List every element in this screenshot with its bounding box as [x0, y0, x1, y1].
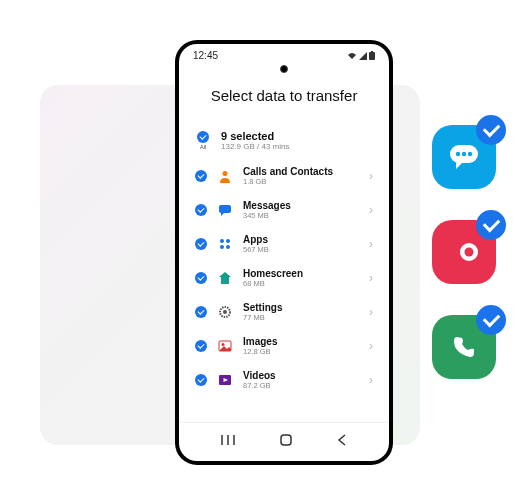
- title-area: Select data to transfer: [179, 79, 389, 124]
- messages-icon: [217, 202, 233, 218]
- svg-point-6: [220, 245, 224, 249]
- page-title: Select data to transfer: [179, 87, 389, 104]
- item-label: Images: [243, 336, 359, 347]
- checkbox-icon[interactable]: [195, 340, 207, 352]
- svg-rect-16: [281, 435, 291, 445]
- checkbox-icon[interactable]: [195, 238, 207, 250]
- chevron-right-icon: ›: [369, 305, 373, 319]
- svg-point-2: [223, 171, 228, 176]
- check-badge-icon: [476, 210, 506, 240]
- item-label: Apps: [243, 234, 359, 245]
- list-item-messages[interactable]: Messages 345 MB ›: [179, 193, 389, 227]
- front-camera-icon: [280, 65, 288, 73]
- list-item-videos[interactable]: Videos 87.2 GB ›: [179, 363, 389, 397]
- check-badge-icon: [476, 305, 506, 335]
- chevron-right-icon: ›: [369, 237, 373, 251]
- item-size: 87.2 GB: [243, 381, 359, 390]
- chevron-right-icon: ›: [369, 339, 373, 353]
- checkbox-icon[interactable]: [195, 170, 207, 182]
- select-all-label: All: [200, 144, 207, 150]
- svg-point-20: [468, 152, 472, 156]
- checkbox-icon[interactable]: [195, 306, 207, 318]
- back-button[interactable]: [336, 433, 348, 451]
- item-label: Settings: [243, 302, 359, 313]
- chevron-right-icon: ›: [369, 373, 373, 387]
- status-bar: 12:45: [179, 44, 389, 63]
- chevron-right-icon: ›: [369, 203, 373, 217]
- svg-point-11: [222, 343, 225, 346]
- app-icon-camera: [432, 220, 496, 284]
- item-size: 345 MB: [243, 211, 359, 220]
- battery-icon: [369, 51, 375, 60]
- list-item-images[interactable]: Images 12.8 GB ›: [179, 329, 389, 363]
- checkbox-icon[interactable]: [195, 272, 207, 284]
- home-icon: [217, 270, 233, 286]
- check-badge-icon: [476, 115, 506, 145]
- status-indicators: [347, 51, 375, 60]
- svg-point-7: [226, 245, 230, 249]
- svg-point-5: [226, 239, 230, 243]
- chevron-right-icon: ›: [369, 271, 373, 285]
- svg-rect-1: [371, 51, 373, 53]
- svg-point-19: [462, 152, 466, 156]
- item-size: 68 MB: [243, 279, 359, 288]
- signal-icon: [359, 52, 367, 60]
- phone-screen: 12:45 Select data to transfer All 9 sele…: [179, 44, 389, 461]
- item-size: 77 MB: [243, 313, 359, 322]
- list-item-settings[interactable]: Settings 77 MB ›: [179, 295, 389, 329]
- chevron-right-icon: ›: [369, 169, 373, 183]
- select-all-row[interactable]: All 9 selected 132.9 GB / 43 mins: [179, 124, 389, 159]
- navigation-bar: [179, 422, 389, 461]
- app-icon-messages: [432, 125, 496, 189]
- item-label: Homescreen: [243, 268, 359, 279]
- svg-point-18: [456, 152, 460, 156]
- gear-icon: [217, 304, 233, 320]
- phone-frame: 12:45 Select data to transfer All 9 sele…: [175, 40, 393, 465]
- svg-rect-0: [369, 52, 375, 60]
- list-item-homescreen[interactable]: Homescreen 68 MB ›: [179, 261, 389, 295]
- item-size: 567 MB: [243, 245, 359, 254]
- svg-rect-3: [219, 205, 231, 213]
- app-icon-phone: [432, 315, 496, 379]
- item-size: 12.8 GB: [243, 347, 359, 356]
- data-list: Calls and Contacts 1.8 GB › Messages 345…: [179, 159, 389, 422]
- checkbox-icon[interactable]: [195, 204, 207, 216]
- item-label: Calls and Contacts: [243, 166, 359, 177]
- wifi-icon: [347, 52, 357, 60]
- status-time: 12:45: [193, 50, 218, 61]
- select-all-checkbox[interactable]: [197, 131, 209, 143]
- selection-size: 132.9 GB / 43 mins: [221, 142, 373, 151]
- svg-point-9: [223, 310, 227, 314]
- videos-icon: [217, 372, 233, 388]
- list-item-calls[interactable]: Calls and Contacts 1.8 GB ›: [179, 159, 389, 193]
- contacts-icon: [217, 168, 233, 184]
- apps-icon: [217, 236, 233, 252]
- checkbox-icon[interactable]: [195, 374, 207, 386]
- item-size: 1.8 GB: [243, 177, 359, 186]
- home-button[interactable]: [279, 433, 293, 451]
- recent-apps-button[interactable]: [220, 433, 236, 451]
- item-label: Messages: [243, 200, 359, 211]
- svg-point-22: [465, 248, 474, 257]
- camera-notch: [179, 63, 389, 79]
- item-label: Videos: [243, 370, 359, 381]
- images-icon: [217, 338, 233, 354]
- list-item-apps[interactable]: Apps 567 MB ›: [179, 227, 389, 261]
- svg-point-4: [220, 239, 224, 243]
- selection-count: 9 selected: [221, 130, 373, 142]
